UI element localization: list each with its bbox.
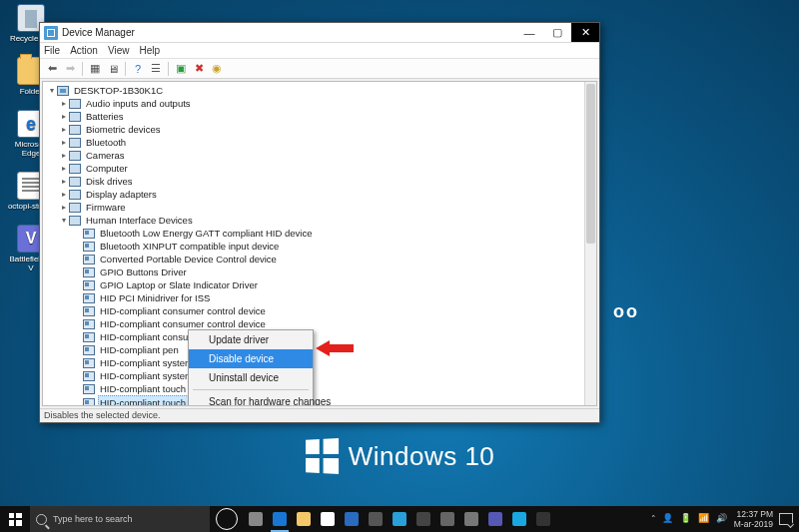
taskbar-app-c[interactable] (507, 506, 531, 532)
menu-item[interactable]: File (44, 45, 60, 56)
forward-button[interactable]: ➡ (62, 61, 78, 77)
device-icon (69, 125, 81, 135)
devices-button[interactable]: 🖥 (105, 61, 121, 77)
context-menu-item[interactable]: Scan for hardware changes (189, 392, 313, 406)
tree-node[interactable]: ▸Bluetooth (43, 136, 584, 149)
expand-icon[interactable]: ▸ (59, 164, 68, 173)
tree-node[interactable]: HID-compliant consumer control device (43, 304, 584, 317)
expand-icon[interactable]: ▾ (59, 216, 68, 225)
expand-icon[interactable]: ▸ (59, 99, 68, 108)
titlebar[interactable]: Device Manager ― ▢ ✕ (40, 23, 599, 43)
expand-icon[interactable] (73, 398, 82, 405)
tree-node[interactable]: HID-compliant system controller (43, 356, 584, 369)
tree-node[interactable]: ▸Batteries (43, 110, 584, 123)
expand-icon[interactable] (73, 267, 82, 276)
start-button[interactable] (0, 506, 30, 532)
taskbar-app-generic6[interactable] (531, 506, 555, 532)
back-button[interactable]: ⬅ (44, 61, 60, 77)
menu-item[interactable]: Action (70, 45, 98, 56)
taskbar-app-store[interactable] (316, 506, 340, 532)
show-hidden-button[interactable]: ▦ (87, 61, 103, 77)
expand-icon[interactable]: ▸ (59, 177, 68, 186)
expand-icon[interactable] (73, 280, 82, 289)
help-button[interactable]: ? (130, 61, 146, 77)
tree-node[interactable]: ▸Firmware (43, 201, 584, 214)
enable-button[interactable]: ▣ (173, 61, 189, 77)
tree-node[interactable]: ▸Audio inputs and outputs (43, 97, 584, 110)
tree-node[interactable]: ▸Computer (43, 162, 584, 175)
context-menu: Update driverDisable deviceUninstall dev… (188, 329, 314, 406)
uninstall-button[interactable]: ✖ (191, 61, 207, 77)
tree-node[interactable]: HID-compliant consumer control device (43, 317, 584, 330)
tree-node[interactable]: ▸Disk drives (43, 175, 584, 188)
expand-icon[interactable] (73, 384, 82, 393)
expand-icon[interactable] (73, 319, 82, 328)
expand-icon[interactable] (73, 229, 82, 238)
properties-button[interactable]: ☰ (148, 61, 164, 77)
taskbar-search[interactable]: Type here to search (30, 506, 210, 532)
expand-icon[interactable] (73, 306, 82, 315)
expand-icon[interactable] (73, 255, 82, 264)
expand-icon[interactable]: ▸ (59, 203, 68, 212)
maximize-button[interactable]: ▢ (543, 23, 571, 42)
tree-node-label: Disk drives (84, 175, 134, 188)
tree-node[interactable]: HID-compliant touch pad (43, 382, 584, 395)
taskbar-app-generic3[interactable] (411, 506, 435, 532)
expand-icon[interactable] (73, 345, 82, 354)
expand-icon[interactable] (73, 358, 82, 367)
tree-node[interactable]: GPIO Buttons Driver (43, 266, 584, 278)
context-menu-item[interactable]: Disable device (189, 349, 313, 368)
menu-item[interactable]: View (108, 45, 130, 56)
tray-battery-icon[interactable]: 🔋 (680, 513, 692, 525)
taskbar-app-explorer[interactable] (292, 506, 316, 532)
expand-icon[interactable] (73, 293, 82, 302)
tree-node[interactable]: Bluetooth Low Energy GATT compliant HID … (43, 227, 584, 240)
system-tray[interactable]: ˄ 👤 🔋 📶 🔊 12:37 PM M-ar-2019 (645, 506, 799, 532)
tray-people-icon[interactable]: 👤 (662, 513, 674, 525)
tray-volume-icon[interactable]: 🔊 (716, 513, 728, 525)
expand-icon[interactable]: ▸ (59, 151, 68, 160)
close-button[interactable]: ✕ (571, 23, 599, 42)
tree-node[interactable]: HID-compliant pen (43, 343, 584, 356)
expand-icon[interactable]: ▾ (47, 86, 56, 95)
tray-wifi-icon[interactable]: 📶 (698, 513, 710, 525)
action-center-icon[interactable] (779, 513, 793, 525)
context-menu-item[interactable]: Update driver (189, 330, 313, 349)
taskbar-app-teams[interactable] (483, 506, 507, 532)
tree-node[interactable]: ▸Cameras (43, 149, 584, 162)
taskbar-app-generic1[interactable] (364, 506, 388, 532)
minimize-button[interactable]: ― (515, 23, 543, 42)
expand-icon[interactable] (73, 371, 82, 380)
menu-item[interactable]: Help (139, 45, 160, 56)
tree-node[interactable]: HID-compliant system controller (43, 369, 584, 382)
expand-icon[interactable] (73, 332, 82, 341)
expand-icon[interactable]: ▸ (59, 190, 68, 199)
taskbar-clock[interactable]: 12:37 PM M-ar-2019 (734, 509, 773, 529)
scrollbar-thumb[interactable] (586, 84, 595, 244)
task-view-button[interactable] (244, 506, 268, 532)
taskbar-app-edge[interactable] (268, 506, 292, 532)
taskbar-app-generic5[interactable] (459, 506, 483, 532)
context-menu-item[interactable]: Uninstall device (189, 368, 313, 387)
tree-node[interactable]: ▸Display adapters (43, 188, 584, 201)
taskbar-app-generic2[interactable] (388, 506, 411, 532)
scrollbar[interactable] (584, 82, 596, 405)
annotation-arrow (316, 339, 354, 360)
tree-node[interactable]: ▾Human Interface Devices (43, 214, 584, 227)
tray-chevron-icon[interactable]: ˄ (651, 514, 656, 524)
scan-button[interactable]: ◉ (209, 61, 225, 77)
taskbar-app-mail[interactable] (340, 506, 364, 532)
taskbar-app-generic4[interactable] (435, 506, 459, 532)
expand-icon[interactable]: ▸ (59, 112, 68, 121)
expand-icon[interactable]: ▸ (59, 125, 68, 134)
tree-node[interactable]: HID-compliant consumer control device (43, 330, 584, 343)
cortana-button[interactable] (216, 508, 238, 530)
tree-node[interactable]: Bluetooth XINPUT compatible input device (43, 240, 584, 253)
expand-icon[interactable] (73, 242, 82, 251)
tree-node[interactable]: HID PCI Minidriver for ISS (43, 291, 584, 304)
expand-icon[interactable]: ▸ (59, 138, 68, 147)
tree-node[interactable]: ▸Biometric devices (43, 123, 584, 136)
tree-node[interactable]: Converted Portable Device Control device (43, 253, 584, 266)
tree-node[interactable]: GPIO Laptop or Slate Indicator Driver (43, 278, 584, 291)
tree-node[interactable]: ▾DESKTOP-1B30K1C (43, 84, 584, 97)
